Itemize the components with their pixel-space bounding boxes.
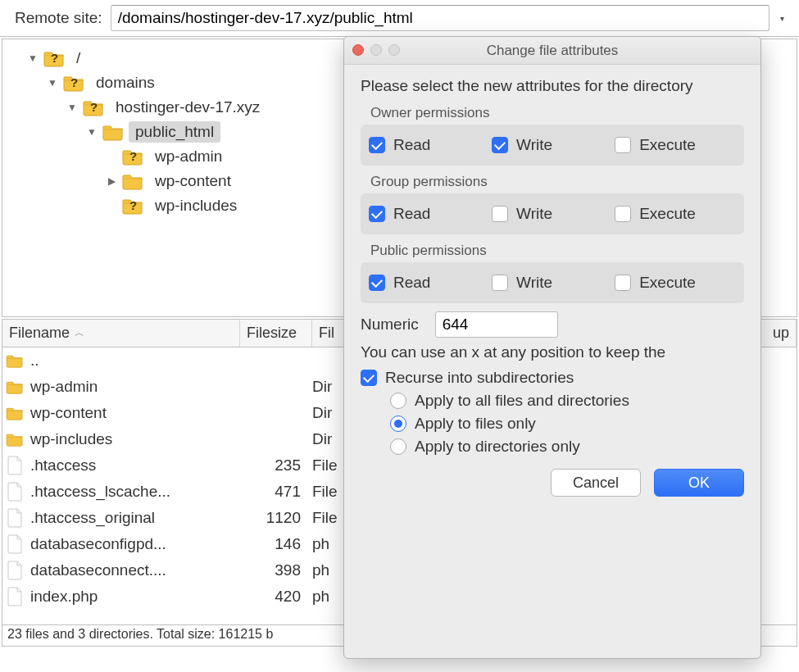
recurse-option-label: Apply to files only (415, 415, 536, 433)
read-label: Read (393, 274, 430, 292)
execute-label: Execute (639, 136, 696, 154)
folder-icon (2, 406, 27, 420)
dialog-instruction: Please select the new attributes for the… (361, 76, 744, 97)
dialog-title: Change file attributes (344, 43, 760, 59)
file-name: wp-content (27, 404, 240, 422)
permission-group: ReadWriteExecute (361, 125, 744, 166)
file-icon (2, 508, 27, 528)
read-label: Read (393, 205, 430, 223)
dialog-titlebar: Change file attributes (344, 37, 760, 65)
numeric-note: You can use an x at any position to keep… (361, 343, 744, 363)
file-icon (2, 456, 27, 475)
remote-site-row: Remote site: ▾ (0, 0, 799, 37)
file-name: databaseconnect.... (27, 561, 240, 579)
column-filesize-label: Filesize (247, 325, 297, 342)
file-name: .htaccess_lscache... (27, 483, 240, 501)
file-size: 146 (240, 535, 312, 553)
folder-icon (2, 432, 27, 447)
file-name: index.php (27, 588, 240, 606)
tree-item-label: wp-content (148, 170, 238, 192)
file-name: wp-includes (27, 430, 240, 448)
write-label: Write (516, 274, 552, 292)
write-label: Write (516, 136, 552, 154)
folder-icon (2, 379, 27, 394)
file-icon (2, 561, 27, 580)
tree-disclosure-closed-icon[interactable]: ▶ (106, 175, 117, 187)
execute-label: Execute (639, 205, 696, 223)
folder-icon (102, 121, 124, 143)
recurse-checkbox[interactable] (361, 370, 377, 386)
read-checkbox[interactable] (369, 275, 385, 291)
folder-unknown-icon: ? (63, 72, 84, 93)
window-close-icon[interactable] (352, 44, 364, 56)
file-icon (2, 482, 27, 502)
numeric-input[interactable] (435, 311, 558, 338)
remote-site-label: Remote site: (15, 9, 102, 27)
column-filename-label: Filename (9, 325, 70, 342)
remote-site-input[interactable] (111, 5, 769, 31)
file-size: 471 (240, 483, 312, 501)
file-icon (2, 587, 27, 606)
folder-unknown-icon: ? (43, 48, 65, 69)
permission-group-label: Group permissions (370, 174, 744, 190)
write-checkbox[interactable] (492, 275, 508, 291)
column-filesize[interactable]: Filesize (240, 320, 312, 347)
column-extra-label: up (773, 325, 789, 342)
tree-disclosure-open-icon[interactable]: ▼ (86, 126, 98, 138)
file-attributes-dialog: Change file attributes Please select the… (343, 36, 761, 659)
permission-group: ReadWriteExecute (361, 262, 744, 303)
folder-unknown-icon: ? (83, 97, 104, 118)
remote-site-dropdown-icon[interactable]: ▾ (774, 10, 789, 26)
tree-item-label: wp-admin (148, 146, 229, 167)
tree-item-label: wp-includes (148, 195, 243, 216)
recurse-option-label: Apply to all files and directories (415, 392, 629, 410)
read-checkbox[interactable] (369, 206, 385, 222)
permission-group-label: Public permissions (370, 243, 744, 259)
tree-item-label: public_html (129, 121, 220, 143)
write-label: Write (516, 205, 552, 223)
execute-checkbox[interactable] (615, 137, 631, 153)
folder-unknown-icon: ? (122, 146, 143, 167)
folder-icon (122, 170, 143, 192)
write-checkbox[interactable] (492, 206, 508, 222)
permission-group-label: Owner permissions (370, 105, 744, 121)
file-name: .htaccess_original (27, 509, 240, 527)
file-name: .. (27, 352, 240, 370)
execute-checkbox[interactable] (615, 206, 631, 222)
recurse-option-radio[interactable] (390, 393, 406, 409)
file-size: 398 (240, 561, 312, 579)
file-size: 420 (240, 588, 312, 606)
file-name: databaseconfigpd... (27, 535, 240, 553)
tree-item-label: hostinger-dev-17.xyz (109, 97, 266, 118)
tree-disclosure-open-icon[interactable]: ▼ (47, 77, 58, 89)
file-name: wp-admin (27, 378, 240, 396)
ok-button[interactable]: OK (654, 469, 744, 497)
window-zoom-icon (388, 44, 400, 56)
tree-item-label: / (70, 48, 87, 69)
column-filetype-label: Fil (319, 325, 334, 342)
recurse-option-radio[interactable] (390, 415, 406, 432)
read-label: Read (393, 136, 430, 154)
tree-item-label: domains (89, 72, 161, 93)
sort-ascending-icon: ︿ (75, 326, 84, 340)
folder-icon (2, 353, 27, 368)
write-checkbox[interactable] (492, 137, 508, 153)
cancel-button[interactable]: Cancel (551, 469, 641, 497)
numeric-label: Numeric (361, 316, 419, 334)
execute-label: Execute (639, 274, 696, 292)
column-filename[interactable]: Filename ︿ (2, 320, 240, 347)
tree-disclosure-open-icon[interactable]: ▼ (66, 102, 78, 113)
execute-checkbox[interactable] (615, 275, 631, 291)
tree-disclosure-open-icon[interactable]: ▼ (27, 52, 39, 64)
recurse-option-label: Apply to directories only (415, 438, 580, 456)
read-checkbox[interactable] (369, 137, 385, 153)
file-size: 235 (240, 456, 312, 474)
recurse-option-radio[interactable] (390, 438, 406, 455)
file-icon (2, 534, 27, 554)
folder-unknown-icon: ? (122, 195, 143, 216)
permission-group: ReadWriteExecute (361, 193, 744, 234)
file-name: .htaccess (27, 456, 240, 474)
recurse-label: Recurse into subdirectories (385, 369, 574, 387)
window-minimize-icon (370, 44, 382, 56)
file-size: 1120 (240, 509, 312, 527)
